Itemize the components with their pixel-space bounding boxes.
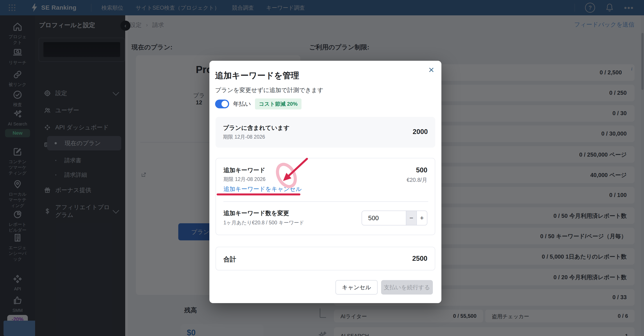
toggle-knob	[222, 101, 228, 107]
cancel-button[interactable]: キャンセル	[336, 280, 378, 294]
quantity-input[interactable]	[362, 211, 406, 225]
manage-keywords-modal: ✕ 追加キーワードを管理 プランを変更せずに追加で計測できます 年払い コスト節…	[210, 61, 442, 303]
total-box: 合計 2500	[216, 247, 435, 270]
continue-payment-button[interactable]: 支払いを続行する	[381, 280, 433, 294]
included-in-plan-box: プランに含まれています 期限 12月-08 2026 2000	[216, 117, 435, 148]
box-divider	[224, 201, 428, 202]
cost-saving-badge: コスト節減 20%	[255, 98, 302, 110]
cancel-addon-keywords-link[interactable]: 追加キーワードをキャンセル	[224, 185, 302, 193]
increase-button[interactable]: +	[417, 211, 427, 225]
addon-keywords-box: 追加キーワード 期限 12月-08 2026 追加キーワードをキャンセル 500…	[216, 158, 435, 235]
toggle-label: 年払い	[233, 100, 251, 108]
keyword-quantity-stepper: − +	[362, 210, 427, 226]
annual-billing-toggle[interactable]	[215, 100, 229, 108]
decrease-button[interactable]: −	[406, 211, 417, 225]
modal-subtitle: プランを変更せずに追加で計測できます	[215, 86, 324, 94]
close-icon[interactable]: ✕	[427, 66, 436, 74]
modal-title: 追加キーワードを管理	[215, 70, 299, 81]
